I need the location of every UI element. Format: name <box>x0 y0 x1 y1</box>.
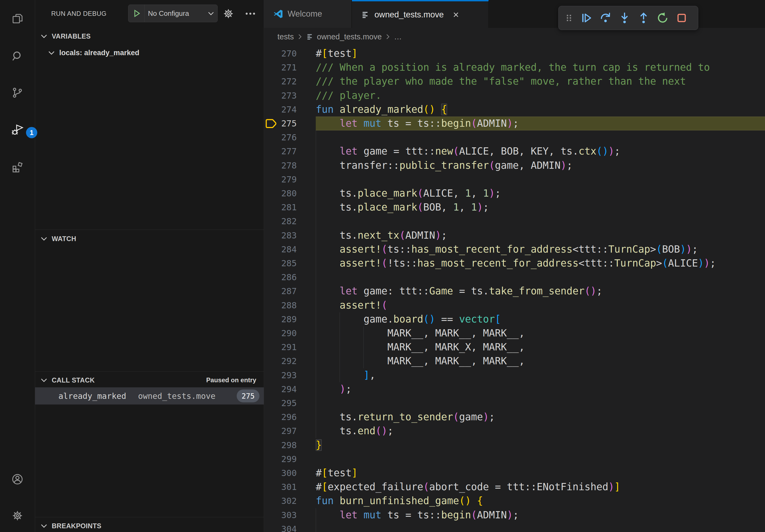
line-number[interactable]: 272 <box>264 75 316 89</box>
code-text[interactable]: /// player. <box>316 89 382 103</box>
line-number[interactable]: 293 <box>264 368 316 382</box>
explorer-icon[interactable] <box>9 10 26 27</box>
line-number[interactable]: 295 <box>264 396 316 410</box>
line-number[interactable]: 280 <box>264 186 316 200</box>
code-line[interactable]: 280 ts.place_mark(ALICE, 1, 1); <box>264 186 765 200</box>
code-line[interactable]: 282 <box>264 214 765 228</box>
code-line[interactable]: 298} <box>264 438 765 452</box>
code-text[interactable]: MARK__, MARK__, MARK__, <box>316 326 525 340</box>
code-text[interactable]: ); <box>316 382 352 396</box>
code-line[interactable]: 288 assert!( <box>264 298 765 312</box>
code-line[interactable]: 297 ts.end(); <box>264 424 765 438</box>
tab-owned-tests-move[interactable]: owned_tests.move <box>352 0 489 28</box>
code-line[interactable]: 299 <box>264 452 765 466</box>
code-text[interactable]: assert!(!ts::has_most_recent_for_address… <box>316 256 716 270</box>
code-text[interactable]: let mut ts = ts::begin(ADMIN); <box>316 508 519 522</box>
line-number[interactable]: 277 <box>264 144 316 158</box>
code-line[interactable]: 281 ts.place_mark(BOB, 1, 1); <box>264 200 765 214</box>
section-watch[interactable]: WATCH <box>35 231 264 246</box>
code-text[interactable]: let mut ts = ts::begin(ADMIN); <box>316 117 519 131</box>
code-line[interactable]: 296 ts.return_to_sender(game); <box>264 410 765 424</box>
line-number[interactable]: 303 <box>264 508 316 522</box>
code-text[interactable]: ts.place_mark(BOB, 1, 1); <box>316 200 489 214</box>
line-number[interactable]: 286 <box>264 270 316 284</box>
code-text[interactable]: ts.end(); <box>316 424 393 438</box>
start-debug-icon[interactable] <box>128 9 145 18</box>
line-number[interactable]: 270 <box>264 47 316 61</box>
extensions-icon[interactable] <box>9 159 26 176</box>
code-text[interactable]: ts.next_tx(ADMIN); <box>316 228 447 242</box>
line-number[interactable]: 298 <box>264 438 316 452</box>
code-text[interactable]: ts.place_mark(ALICE, 1, 1); <box>316 186 501 200</box>
code-line[interactable]: 279 <box>264 172 765 186</box>
line-number[interactable]: 304 <box>264 522 316 532</box>
code-line[interactable]: 285 assert!(!ts::has_most_recent_for_add… <box>264 256 765 270</box>
code-line[interactable]: 289 game.board() == vector[ <box>264 312 765 326</box>
code-line[interactable]: 271/// When a position is already marked… <box>264 61 765 75</box>
code-line[interactable]: 302fun burn_unfinished_game() { <box>264 494 765 508</box>
variables-scope-row[interactable]: locals: already_marked <box>35 45 264 61</box>
section-call-stack[interactable]: CALL STACK Paused on entry <box>35 372 264 388</box>
breadcrumb-item-file[interactable]: owned_tests.move <box>317 32 382 41</box>
code-text[interactable]: ], <box>316 368 376 382</box>
step-out-icon[interactable] <box>634 8 653 28</box>
line-number[interactable]: 284 <box>264 242 316 256</box>
code-line[interactable]: 295 <box>264 396 765 410</box>
code-line[interactable]: 272/// the player who made the "false" m… <box>264 75 765 89</box>
toolbar-drag-handle[interactable] <box>561 8 577 28</box>
line-number[interactable]: 296 <box>264 410 316 424</box>
line-number[interactable]: 282 <box>264 214 316 228</box>
code-line[interactable]: 304 <box>264 522 765 532</box>
line-number[interactable]: 285 <box>264 256 316 270</box>
search-icon[interactable] <box>9 47 26 65</box>
code-text[interactable]: #[test] <box>316 466 358 480</box>
code-text[interactable]: MARK__, MARK_X, MARK__, <box>316 340 525 354</box>
stop-icon[interactable] <box>672 8 691 28</box>
close-icon[interactable] <box>450 9 461 20</box>
line-number[interactable]: 274 <box>264 103 316 117</box>
code-text[interactable]: #[expected_failure(abort_code = ttt::ENo… <box>316 480 620 494</box>
code-line[interactable]: 293 ], <box>264 368 765 382</box>
line-number[interactable]: 289 <box>264 312 316 326</box>
code-line[interactable]: 286 <box>264 270 765 284</box>
code-text[interactable]: } <box>316 438 322 452</box>
code-line[interactable]: 287 let game: ttt::Game = ts.take_from_s… <box>264 284 765 298</box>
code-line[interactable]: 278 transfer::public_transfer(game, ADMI… <box>264 158 765 172</box>
line-number[interactable]: 287 <box>264 284 316 298</box>
code-line[interactable]: 303 let mut ts = ts::begin(ADMIN); <box>264 508 765 522</box>
line-number[interactable]: 278 <box>264 158 316 172</box>
line-number[interactable]: 297 <box>264 424 316 438</box>
breadcrumb-item-symbol[interactable]: … <box>394 32 402 41</box>
settings-gear-icon[interactable] <box>9 507 26 524</box>
account-icon[interactable] <box>9 471 26 488</box>
code-text[interactable]: /// When a position is already marked, t… <box>316 61 710 75</box>
code-line[interactable]: 283 ts.next_tx(ADMIN); <box>264 228 765 242</box>
code-text[interactable]: assert!( <box>316 298 387 312</box>
restart-icon[interactable] <box>653 8 672 28</box>
line-number[interactable]: 276 <box>264 131 316 144</box>
line-number[interactable]: 291 <box>264 340 316 354</box>
section-breakpoints[interactable]: BREAKPOINTS <box>35 518 264 532</box>
tab-welcome[interactable]: Welcome <box>264 0 352 28</box>
more-actions-icon[interactable] <box>244 8 257 20</box>
code-text[interactable]: game.board() == vector[ <box>316 312 501 326</box>
code-line[interactable]: 300#[test] <box>264 466 765 480</box>
code-text[interactable]: let game = ttt::new(ALICE, BOB, KEY, ts.… <box>316 144 620 158</box>
line-number[interactable]: 294 <box>264 382 316 396</box>
breadcrumb-item-tests[interactable]: tests <box>278 32 294 41</box>
code-text[interactable]: fun burn_unfinished_game() { <box>316 494 483 508</box>
line-number[interactable]: 292 <box>264 354 316 368</box>
line-number[interactable]: 281 <box>264 200 316 214</box>
continue-icon[interactable] <box>577 8 596 28</box>
code-text[interactable]: let game: ttt::Game = ts.take_from_sende… <box>316 284 602 298</box>
step-into-icon[interactable] <box>615 8 634 28</box>
line-number[interactable]: 301 <box>264 480 316 494</box>
code-text[interactable]: /// the player who made the "false" move… <box>316 75 686 89</box>
run-and-debug-icon[interactable]: 1 <box>9 122 26 139</box>
line-number[interactable]: 271 <box>264 61 316 75</box>
debug-config-dropdown[interactable]: No Configura <box>128 5 218 22</box>
code-line[interactable]: 276 <box>264 131 765 144</box>
step-over-icon[interactable] <box>596 8 615 28</box>
line-number[interactable]: 288 <box>264 298 316 312</box>
line-number[interactable]: 300 <box>264 466 316 480</box>
